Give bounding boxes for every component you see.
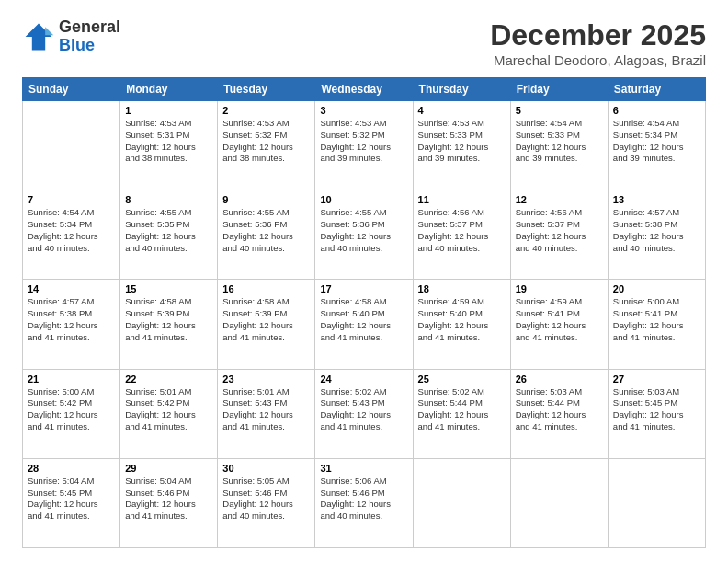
day-info: Sunrise: 5:01 AM Sunset: 5:42 PM Dayligh… bbox=[125, 386, 212, 433]
day-number: 10 bbox=[320, 194, 407, 205]
day-cell: 18Sunrise: 4:59 AM Sunset: 5:40 PM Dayli… bbox=[413, 280, 510, 369]
day-cell: 26Sunrise: 5:03 AM Sunset: 5:44 PM Dayli… bbox=[510, 369, 608, 458]
day-cell: 23Sunrise: 5:01 AM Sunset: 5:43 PM Dayli… bbox=[218, 369, 315, 458]
month-title: December 2025 bbox=[490, 18, 706, 52]
day-info: Sunrise: 4:58 AM Sunset: 5:40 PM Dayligh… bbox=[320, 296, 407, 343]
week-row-3: 14Sunrise: 4:57 AM Sunset: 5:38 PM Dayli… bbox=[23, 280, 706, 369]
day-number: 18 bbox=[418, 283, 506, 294]
day-cell: 8Sunrise: 4:55 AM Sunset: 5:35 PM Daylig… bbox=[120, 190, 218, 280]
day-cell: 25Sunrise: 5:02 AM Sunset: 5:44 PM Dayli… bbox=[413, 369, 510, 458]
day-info: Sunrise: 5:03 AM Sunset: 5:45 PM Dayligh… bbox=[613, 386, 700, 433]
day-info: Sunrise: 5:02 AM Sunset: 5:44 PM Dayligh… bbox=[418, 386, 506, 433]
day-cell: 1Sunrise: 4:53 AM Sunset: 5:31 PM Daylig… bbox=[120, 101, 218, 190]
svg-marker-1 bbox=[45, 27, 53, 35]
day-number: 30 bbox=[222, 463, 310, 474]
logo-text: General Blue bbox=[59, 18, 120, 55]
weekday-header-sunday: Sunday bbox=[23, 78, 120, 101]
day-cell bbox=[608, 458, 705, 547]
day-info: Sunrise: 4:53 AM Sunset: 5:33 PM Dayligh… bbox=[418, 118, 506, 165]
day-cell: 5Sunrise: 4:54 AM Sunset: 5:33 PM Daylig… bbox=[510, 101, 608, 190]
day-cell: 10Sunrise: 4:55 AM Sunset: 5:36 PM Dayli… bbox=[315, 190, 413, 280]
weekday-header-row: SundayMondayTuesdayWednesdayThursdayFrid… bbox=[23, 78, 706, 101]
day-info: Sunrise: 4:59 AM Sunset: 5:41 PM Dayligh… bbox=[516, 296, 603, 343]
day-number: 21 bbox=[28, 373, 115, 385]
day-cell: 13Sunrise: 4:57 AM Sunset: 5:38 PM Dayli… bbox=[608, 190, 705, 280]
day-cell: 19Sunrise: 4:59 AM Sunset: 5:41 PM Dayli… bbox=[510, 280, 608, 369]
day-cell: 14Sunrise: 4:57 AM Sunset: 5:38 PM Dayli… bbox=[23, 280, 120, 369]
day-info: Sunrise: 4:55 AM Sunset: 5:36 PM Dayligh… bbox=[320, 207, 407, 254]
day-info: Sunrise: 5:04 AM Sunset: 5:46 PM Dayligh… bbox=[125, 476, 212, 523]
day-info: Sunrise: 4:55 AM Sunset: 5:35 PM Dayligh… bbox=[125, 207, 212, 254]
weekday-header-friday: Friday bbox=[510, 78, 608, 101]
day-info: Sunrise: 4:54 AM Sunset: 5:34 PM Dayligh… bbox=[28, 207, 115, 254]
day-cell: 28Sunrise: 5:04 AM Sunset: 5:45 PM Dayli… bbox=[23, 458, 120, 547]
day-cell bbox=[413, 458, 510, 547]
day-number: 22 bbox=[125, 373, 212, 385]
logo-general: General bbox=[59, 18, 120, 37]
day-info: Sunrise: 5:03 AM Sunset: 5:44 PM Dayligh… bbox=[516, 386, 603, 433]
title-block: December 2025 Marechal Deodoro, Alagoas,… bbox=[490, 18, 706, 68]
weekday-header-saturday: Saturday bbox=[608, 78, 705, 101]
logo-icon bbox=[22, 20, 55, 53]
day-cell: 15Sunrise: 4:58 AM Sunset: 5:39 PM Dayli… bbox=[120, 280, 218, 369]
day-cell: 27Sunrise: 5:03 AM Sunset: 5:45 PM Dayli… bbox=[608, 369, 705, 458]
logo-blue: Blue bbox=[59, 37, 120, 55]
day-number: 14 bbox=[28, 283, 115, 294]
day-number: 2 bbox=[222, 105, 310, 116]
day-number: 5 bbox=[516, 105, 603, 116]
day-info: Sunrise: 4:55 AM Sunset: 5:36 PM Dayligh… bbox=[222, 207, 310, 254]
week-row-2: 7Sunrise: 4:54 AM Sunset: 5:34 PM Daylig… bbox=[23, 190, 706, 280]
day-info: Sunrise: 4:59 AM Sunset: 5:40 PM Dayligh… bbox=[418, 296, 506, 343]
weekday-header-tuesday: Tuesday bbox=[218, 78, 315, 101]
day-cell: 24Sunrise: 5:02 AM Sunset: 5:43 PM Dayli… bbox=[315, 369, 413, 458]
day-info: Sunrise: 5:04 AM Sunset: 5:45 PM Dayligh… bbox=[28, 476, 115, 523]
day-info: Sunrise: 4:54 AM Sunset: 5:34 PM Dayligh… bbox=[613, 118, 700, 165]
day-number: 25 bbox=[418, 373, 506, 385]
day-number: 1 bbox=[125, 105, 212, 116]
day-cell: 6Sunrise: 4:54 AM Sunset: 5:34 PM Daylig… bbox=[608, 101, 705, 190]
week-row-1: 1Sunrise: 4:53 AM Sunset: 5:31 PM Daylig… bbox=[23, 101, 706, 190]
day-info: Sunrise: 4:53 AM Sunset: 5:32 PM Dayligh… bbox=[320, 118, 407, 165]
day-info: Sunrise: 4:58 AM Sunset: 5:39 PM Dayligh… bbox=[125, 296, 212, 343]
day-cell bbox=[23, 101, 120, 190]
day-info: Sunrise: 5:00 AM Sunset: 5:42 PM Dayligh… bbox=[28, 386, 115, 433]
week-row-5: 28Sunrise: 5:04 AM Sunset: 5:45 PM Dayli… bbox=[23, 458, 706, 547]
day-info: Sunrise: 5:06 AM Sunset: 5:46 PM Dayligh… bbox=[320, 476, 407, 523]
weekday-header-monday: Monday bbox=[120, 78, 218, 101]
day-number: 13 bbox=[613, 194, 700, 205]
day-number: 7 bbox=[28, 194, 115, 205]
week-row-4: 21Sunrise: 5:00 AM Sunset: 5:42 PM Dayli… bbox=[23, 369, 706, 458]
day-cell: 21Sunrise: 5:00 AM Sunset: 5:42 PM Dayli… bbox=[23, 369, 120, 458]
day-info: Sunrise: 5:01 AM Sunset: 5:43 PM Dayligh… bbox=[222, 386, 310, 433]
day-number: 17 bbox=[320, 283, 407, 294]
day-cell: 30Sunrise: 5:05 AM Sunset: 5:46 PM Dayli… bbox=[218, 458, 315, 547]
day-cell bbox=[510, 458, 608, 547]
header: General Blue December 2025 Marechal Deod… bbox=[22, 18, 706, 68]
day-cell: 20Sunrise: 5:00 AM Sunset: 5:41 PM Dayli… bbox=[608, 280, 705, 369]
logo: General Blue bbox=[22, 18, 120, 55]
day-number: 8 bbox=[125, 194, 212, 205]
day-number: 26 bbox=[516, 373, 603, 385]
day-info: Sunrise: 4:53 AM Sunset: 5:31 PM Dayligh… bbox=[125, 118, 212, 165]
day-number: 19 bbox=[516, 283, 603, 294]
svg-marker-0 bbox=[26, 23, 52, 50]
day-cell: 2Sunrise: 4:53 AM Sunset: 5:32 PM Daylig… bbox=[218, 101, 315, 190]
day-info: Sunrise: 4:57 AM Sunset: 5:38 PM Dayligh… bbox=[28, 296, 115, 343]
day-number: 23 bbox=[222, 373, 310, 385]
page: General Blue December 2025 Marechal Deod… bbox=[0, 0, 728, 563]
day-cell: 16Sunrise: 4:58 AM Sunset: 5:39 PM Dayli… bbox=[218, 280, 315, 369]
day-cell: 7Sunrise: 4:54 AM Sunset: 5:34 PM Daylig… bbox=[23, 190, 120, 280]
day-number: 27 bbox=[613, 373, 700, 385]
day-info: Sunrise: 5:05 AM Sunset: 5:46 PM Dayligh… bbox=[222, 476, 310, 523]
weekday-header-thursday: Thursday bbox=[413, 78, 510, 101]
day-number: 3 bbox=[320, 105, 407, 116]
day-number: 11 bbox=[418, 194, 506, 205]
day-number: 9 bbox=[222, 194, 310, 205]
day-number: 6 bbox=[613, 105, 700, 116]
day-cell: 12Sunrise: 4:56 AM Sunset: 5:37 PM Dayli… bbox=[510, 190, 608, 280]
day-info: Sunrise: 4:56 AM Sunset: 5:37 PM Dayligh… bbox=[418, 207, 506, 254]
weekday-header-wednesday: Wednesday bbox=[315, 78, 413, 101]
day-cell: 29Sunrise: 5:04 AM Sunset: 5:46 PM Dayli… bbox=[120, 458, 218, 547]
day-number: 16 bbox=[222, 283, 310, 294]
calendar: SundayMondayTuesdayWednesdayThursdayFrid… bbox=[22, 77, 706, 548]
